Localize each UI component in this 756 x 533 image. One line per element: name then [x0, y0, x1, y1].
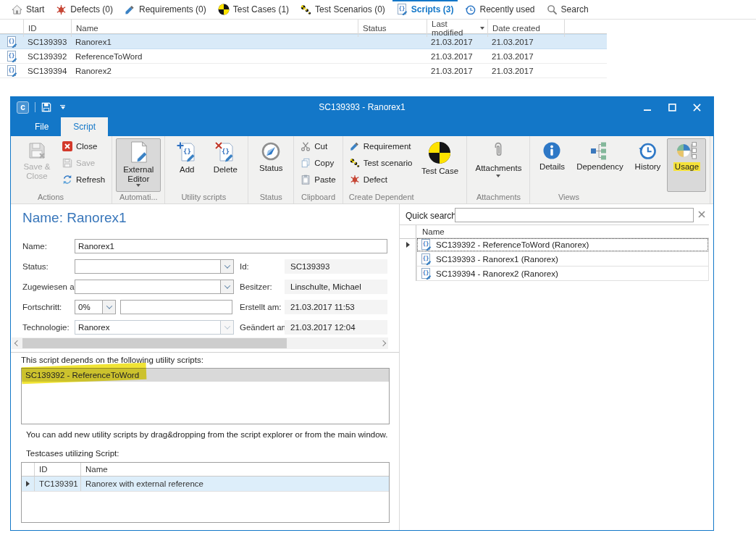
create-test-case-button[interactable]: Test Case	[416, 138, 463, 192]
ribbon-group-clipboard: Cut Copy Paste Clipboard	[294, 136, 343, 203]
col-name[interactable]: Name	[71, 20, 358, 37]
title-bar[interactable]: c SC139393 - Ranorex1	[11, 97, 713, 117]
name-input[interactable]	[75, 239, 387, 253]
progress-extra-input[interactable]	[120, 300, 232, 314]
cell-id: SC139394	[23, 67, 71, 75]
tab-defects[interactable]: Defects (0)	[50, 0, 119, 20]
tab-script[interactable]: Script	[61, 117, 108, 136]
tab-file[interactable]: File	[22, 117, 61, 136]
group-label: Create Dependent	[345, 192, 418, 203]
cell-date-created: 21.03.2017	[487, 38, 564, 46]
dropdown-caret-icon	[496, 175, 500, 177]
tab-scripts[interactable]: {} Scripts (3)	[391, 0, 460, 20]
list-item[interactable]: {} SC139394 - Ranorex2 (Ranorex)	[400, 266, 709, 281]
dependencies-label: This script depends on the following uti…	[21, 356, 203, 364]
scroll-left-icon[interactable]	[12, 337, 22, 349]
table-row[interactable]: {} SC139394 Ranorex2 21.03.2017 21.03.20…	[0, 64, 607, 78]
cell-id: SC139392	[23, 52, 71, 61]
dependency-icon	[590, 141, 609, 160]
col-status[interactable]: Status	[358, 20, 427, 37]
testcase-row[interactable]: TC139391 Ranorex with external reference	[22, 477, 389, 492]
attachments-button[interactable]: Attachments	[471, 138, 526, 192]
col-date-created[interactable]: Date created	[487, 20, 564, 37]
test-case-icon	[428, 141, 451, 164]
table-row[interactable]: {} SC139392 ReferenceToWord 21.03.2017 2…	[0, 49, 607, 64]
add-script-icon: {}	[177, 141, 197, 163]
copy-button[interactable]: Copy	[298, 155, 338, 170]
col-name[interactable]: Name	[416, 227, 445, 236]
combo-arrow-icon[interactable]	[220, 260, 233, 273]
screen: Start Defects (0) Requirements (0) Test …	[0, 0, 756, 533]
quick-search-input[interactable]	[455, 208, 694, 222]
horizontal-scrollbar[interactable]	[12, 337, 388, 349]
tab-requirements[interactable]: Requirements (0)	[119, 0, 212, 20]
svg-text:{}: {}	[398, 5, 405, 12]
close-window-button[interactable]	[692, 102, 702, 112]
assigned-select[interactable]	[75, 280, 234, 294]
quick-save-icon[interactable]	[41, 102, 51, 112]
svg-text:{}: {}	[183, 148, 191, 155]
ribbon-group-utility-scripts: {} Add {} Delete Utility scripts	[165, 136, 248, 203]
progress-select[interactable]: 0%	[75, 300, 116, 314]
status-select[interactable]	[75, 259, 234, 274]
external-editor-button[interactable]: External Editor	[116, 138, 161, 192]
defect-icon	[56, 4, 67, 15]
add-utility-script-button[interactable]: {} Add	[169, 138, 205, 192]
close-button[interactable]: Close	[59, 138, 108, 154]
details-view-button[interactable]: Details	[534, 138, 570, 192]
scroll-right-icon[interactable]	[377, 337, 388, 349]
cell-name: Ranorex2	[71, 67, 358, 75]
test-scenario-icon	[301, 4, 311, 15]
create-requirement-button[interactable]: Requirement	[347, 138, 416, 154]
list-item[interactable]: {} SC139392 - ReferenceToWord (Ranorex)	[400, 238, 709, 252]
save-and-close-button[interactable]: Save & Close	[16, 138, 58, 192]
col-last-modified[interactable]: Last modified	[427, 20, 487, 37]
tab-start[interactable]: Start	[6, 0, 50, 20]
tab-test-cases[interactable]: Test Cases (1)	[212, 0, 295, 20]
col-id[interactable]: ID	[23, 20, 71, 37]
testcases-table-header: ID Name	[22, 463, 389, 477]
tab-test-scenarios[interactable]: Test Scenarios (0)	[295, 0, 391, 20]
tab-recently-used[interactable]: Recently used	[459, 0, 540, 20]
save-close-icon	[28, 141, 46, 160]
maximize-button[interactable]	[667, 102, 677, 112]
col-id[interactable]: ID	[34, 463, 80, 476]
save-button[interactable]: Save	[59, 155, 108, 170]
status-button[interactable]: Status	[252, 138, 290, 192]
script-icon: {}	[7, 51, 17, 62]
paste-button[interactable]: Paste	[298, 172, 338, 187]
icon-column-header[interactable]	[0, 20, 23, 37]
create-defect-button[interactable]: Defect	[347, 172, 416, 187]
ribbon-group-automation: External Editor Automati...	[112, 136, 165, 203]
combo-arrow-icon[interactable]	[220, 280, 233, 293]
technology-select[interactable]: Ranorex	[75, 320, 234, 335]
tab-search[interactable]: Search	[541, 0, 595, 20]
refresh-button[interactable]: Refresh	[59, 172, 108, 187]
create-test-scenario-button[interactable]: Test scenario	[347, 155, 416, 170]
close-icon	[62, 141, 72, 151]
cut-button[interactable]: Cut	[298, 138, 338, 154]
script-icon: {}	[7, 36, 17, 48]
delete-utility-script-button[interactable]: {} Delete	[206, 138, 244, 192]
testcases-table: ID Name TC139391 Ranorex with external r…	[21, 462, 390, 523]
created-value: 21.03.2017 11:53	[285, 300, 387, 314]
quick-access-customize-icon[interactable]	[60, 105, 65, 109]
list-item[interactable]: {} SC139393 - Ranorex1 (Ranorex)	[400, 252, 709, 266]
dependency-view-button[interactable]: Dependency	[571, 138, 628, 192]
scrollbar-thumb[interactable]	[22, 338, 287, 348]
combo-arrow-icon[interactable]	[102, 301, 115, 314]
col-name[interactable]: Name	[80, 463, 389, 476]
group-label: Status	[251, 192, 291, 203]
cell-name: Ranorex1	[71, 38, 358, 46]
minimize-button[interactable]	[642, 102, 652, 112]
paste-icon	[301, 175, 311, 185]
cell-date-created: 21.03.2017	[487, 67, 564, 75]
requirement-pencil-icon	[350, 141, 360, 151]
usage-view-button[interactable]: Usage	[667, 138, 706, 192]
history-view-button[interactable]: History	[629, 138, 665, 192]
tab-label: Test Cases (1)	[233, 4, 289, 14]
clear-search-icon[interactable]	[698, 211, 705, 218]
row-indicator-column	[400, 225, 416, 238]
utility-script-item[interactable]: SC139392 - ReferenceToWord	[22, 369, 389, 382]
svg-text:{}: {}	[423, 269, 429, 276]
